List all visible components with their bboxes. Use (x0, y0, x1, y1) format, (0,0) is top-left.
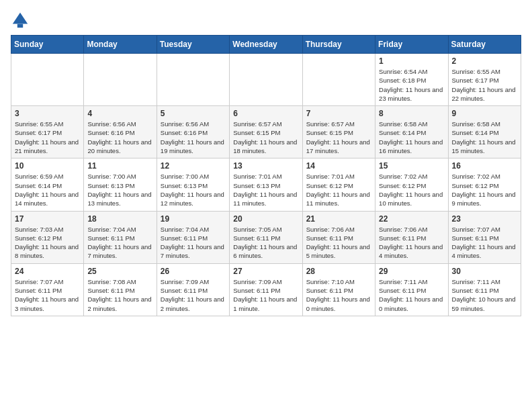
day-number: 11 (87, 161, 152, 171)
calendar-cell: 29Sunrise: 7:11 AM Sunset: 6:11 PM Dayli… (375, 263, 448, 316)
day-number: 17 (15, 214, 80, 224)
calendar-header-thursday: Thursday (302, 36, 375, 54)
day-number: 23 (452, 214, 517, 224)
day-info: Sunrise: 6:56 AM Sunset: 6:16 PM Dayligh… (161, 120, 226, 155)
day-info: Sunrise: 7:06 AM Sunset: 6:11 PM Dayligh… (379, 225, 444, 261)
day-info: Sunrise: 7:05 AM Sunset: 6:11 PM Dayligh… (233, 225, 298, 261)
day-number: 12 (161, 161, 226, 171)
calendar-cell: 7Sunrise: 6:57 AM Sunset: 6:15 PM Daylig… (302, 106, 375, 158)
day-info: Sunrise: 7:02 AM Sunset: 6:12 PM Dayligh… (452, 172, 517, 208)
day-number: 8 (379, 109, 444, 118)
svg-marker-0 (13, 13, 28, 24)
calendar-cell: 15Sunrise: 7:02 AM Sunset: 6:12 PM Dayli… (375, 158, 448, 211)
day-number: 20 (233, 214, 298, 224)
calendar-cell (157, 54, 229, 106)
calendar-cell: 19Sunrise: 7:04 AM Sunset: 6:11 PM Dayli… (157, 211, 229, 263)
calendar-week-5: 24Sunrise: 7:07 AM Sunset: 6:11 PM Dayli… (11, 263, 521, 316)
day-info: Sunrise: 6:54 AM Sunset: 6:18 PM Dayligh… (379, 67, 444, 103)
calendar-cell: 1Sunrise: 6:54 AM Sunset: 6:18 PM Daylig… (375, 54, 448, 106)
day-info: Sunrise: 7:01 AM Sunset: 6:12 PM Dayligh… (306, 172, 371, 208)
logo-icon (11, 11, 30, 30)
day-info: Sunrise: 6:58 AM Sunset: 6:14 PM Dayligh… (379, 120, 444, 155)
calendar-cell: 30Sunrise: 7:11 AM Sunset: 6:11 PM Dayli… (448, 263, 521, 316)
day-info: Sunrise: 7:06 AM Sunset: 6:11 PM Dayligh… (306, 225, 371, 261)
day-info: Sunrise: 7:02 AM Sunset: 6:12 PM Dayligh… (379, 172, 444, 208)
day-info: Sunrise: 7:04 AM Sunset: 6:11 PM Dayligh… (87, 225, 152, 261)
day-number: 6 (233, 109, 298, 118)
day-number: 28 (306, 267, 371, 276)
day-number: 5 (161, 109, 226, 118)
day-number: 7 (306, 109, 371, 118)
calendar-header-saturday: Saturday (448, 36, 521, 54)
calendar-week-3: 10Sunrise: 6:59 AM Sunset: 6:14 PM Dayli… (11, 158, 521, 211)
calendar-cell: 8Sunrise: 6:58 AM Sunset: 6:14 PM Daylig… (375, 106, 448, 158)
day-info: Sunrise: 6:57 AM Sunset: 6:15 PM Dayligh… (306, 120, 371, 155)
calendar-cell: 22Sunrise: 7:06 AM Sunset: 6:11 PM Dayli… (375, 211, 448, 263)
day-number: 27 (233, 267, 298, 276)
calendar-cell: 16Sunrise: 7:02 AM Sunset: 6:12 PM Dayli… (448, 158, 521, 211)
calendar-cell: 21Sunrise: 7:06 AM Sunset: 6:11 PM Dayli… (302, 211, 375, 263)
calendar-cell: 20Sunrise: 7:05 AM Sunset: 6:11 PM Dayli… (230, 211, 302, 263)
calendar-cell: 12Sunrise: 7:00 AM Sunset: 6:13 PM Dayli… (157, 158, 229, 211)
calendar-week-1: 1Sunrise: 6:54 AM Sunset: 6:18 PM Daylig… (11, 54, 521, 106)
day-number: 1 (379, 56, 444, 66)
calendar-cell: 27Sunrise: 7:09 AM Sunset: 6:11 PM Dayli… (230, 263, 302, 316)
calendar-cell: 23Sunrise: 7:07 AM Sunset: 6:11 PM Dayli… (448, 211, 521, 263)
calendar-cell: 26Sunrise: 7:09 AM Sunset: 6:11 PM Dayli… (157, 263, 229, 316)
day-number: 24 (15, 267, 80, 276)
calendar-cell (11, 54, 84, 106)
calendar-cell (302, 54, 375, 106)
day-number: 19 (161, 214, 226, 224)
calendar-week-2: 3Sunrise: 6:55 AM Sunset: 6:17 PM Daylig… (11, 106, 521, 158)
day-info: Sunrise: 6:55 AM Sunset: 6:17 PM Dayligh… (15, 120, 80, 155)
calendar-header-tuesday: Tuesday (157, 36, 229, 54)
day-number: 30 (452, 267, 517, 276)
day-number: 18 (87, 214, 152, 224)
calendar-cell: 25Sunrise: 7:08 AM Sunset: 6:11 PM Dayli… (84, 263, 157, 316)
day-info: Sunrise: 6:59 AM Sunset: 6:14 PM Dayligh… (15, 172, 80, 208)
calendar-cell: 2Sunrise: 6:55 AM Sunset: 6:17 PM Daylig… (448, 54, 521, 106)
day-number: 21 (306, 214, 371, 224)
calendar-cell (84, 54, 157, 106)
calendar-cell: 11Sunrise: 7:00 AM Sunset: 6:13 PM Dayli… (84, 158, 157, 211)
day-info: Sunrise: 6:56 AM Sunset: 6:16 PM Dayligh… (87, 120, 152, 155)
day-info: Sunrise: 6:55 AM Sunset: 6:17 PM Dayligh… (452, 67, 517, 103)
day-info: Sunrise: 7:07 AM Sunset: 6:11 PM Dayligh… (452, 225, 517, 261)
day-number: 4 (87, 109, 152, 118)
day-info: Sunrise: 7:10 AM Sunset: 6:11 PM Dayligh… (306, 277, 371, 313)
calendar-header-sunday: Sunday (11, 36, 84, 54)
day-number: 26 (161, 267, 226, 276)
day-number: 22 (379, 214, 444, 224)
day-number: 2 (452, 56, 517, 66)
day-number: 9 (452, 109, 517, 118)
calendar-cell: 4Sunrise: 6:56 AM Sunset: 6:16 PM Daylig… (84, 106, 157, 158)
calendar-header-wednesday: Wednesday (230, 36, 302, 54)
day-number: 15 (379, 161, 444, 171)
logo (11, 11, 32, 30)
day-info: Sunrise: 7:01 AM Sunset: 6:13 PM Dayligh… (233, 172, 298, 208)
calendar-week-4: 17Sunrise: 7:03 AM Sunset: 6:12 PM Dayli… (11, 211, 521, 263)
day-info: Sunrise: 6:58 AM Sunset: 6:14 PM Dayligh… (452, 120, 517, 155)
day-info: Sunrise: 7:07 AM Sunset: 6:11 PM Dayligh… (15, 277, 80, 313)
calendar-cell: 6Sunrise: 6:57 AM Sunset: 6:15 PM Daylig… (230, 106, 302, 158)
day-info: Sunrise: 7:08 AM Sunset: 6:11 PM Dayligh… (87, 277, 152, 313)
calendar-cell (230, 54, 302, 106)
day-number: 10 (15, 161, 80, 171)
calendar-cell: 10Sunrise: 6:59 AM Sunset: 6:14 PM Dayli… (11, 158, 84, 211)
calendar-cell: 24Sunrise: 7:07 AM Sunset: 6:11 PM Dayli… (11, 263, 84, 316)
day-number: 25 (87, 267, 152, 276)
calendar-header-friday: Friday (375, 36, 448, 54)
day-info: Sunrise: 7:00 AM Sunset: 6:13 PM Dayligh… (87, 172, 152, 208)
day-info: Sunrise: 7:00 AM Sunset: 6:13 PM Dayligh… (161, 172, 226, 208)
calendar-cell: 13Sunrise: 7:01 AM Sunset: 6:13 PM Dayli… (230, 158, 302, 211)
svg-rect-1 (17, 24, 23, 28)
day-info: Sunrise: 7:04 AM Sunset: 6:11 PM Dayligh… (161, 225, 226, 261)
calendar-cell: 18Sunrise: 7:04 AM Sunset: 6:11 PM Dayli… (84, 211, 157, 263)
day-info: Sunrise: 7:03 AM Sunset: 6:12 PM Dayligh… (15, 225, 80, 261)
day-number: 14 (306, 161, 371, 171)
calendar-header-monday: Monday (84, 36, 157, 54)
calendar-cell: 9Sunrise: 6:58 AM Sunset: 6:14 PM Daylig… (448, 106, 521, 158)
calendar-cell: 3Sunrise: 6:55 AM Sunset: 6:17 PM Daylig… (11, 106, 84, 158)
calendar-cell: 14Sunrise: 7:01 AM Sunset: 6:12 PM Dayli… (302, 158, 375, 211)
day-info: Sunrise: 6:57 AM Sunset: 6:15 PM Dayligh… (233, 120, 298, 155)
